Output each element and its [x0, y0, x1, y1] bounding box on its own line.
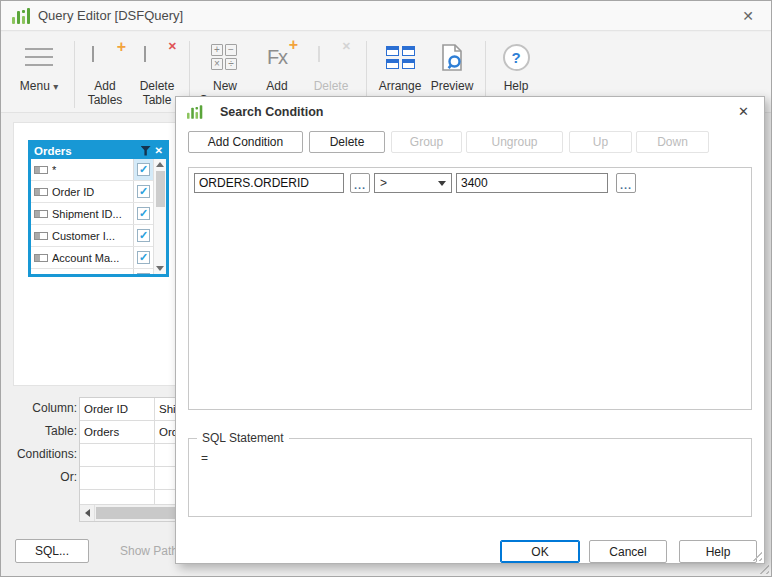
- preview-document-icon: [440, 44, 464, 71]
- value-browse-button[interactable]: ...: [616, 173, 636, 193]
- delete-formula-button[interactable]: ✕ Delete: [303, 39, 359, 93]
- scroll-up-icon[interactable]: [156, 162, 164, 167]
- column-row[interactable]: * ✓: [31, 159, 153, 181]
- field-browse-button[interactable]: ...: [350, 173, 370, 193]
- ungroup-button[interactable]: Ungroup: [466, 131, 563, 153]
- operator-select[interactable]: >: [374, 173, 452, 193]
- column-checkbox[interactable]: ✓: [133, 159, 153, 180]
- grid-row-column: Order ID Ship: [80, 398, 178, 421]
- formula-fx-icon: Fx+: [267, 46, 287, 69]
- column-row[interactable]: Order Dat... ✓: [31, 269, 153, 274]
- column-row[interactable]: Order ID ✓: [31, 181, 153, 203]
- column-checkbox[interactable]: ✓: [133, 225, 153, 246]
- dropdown-arrow-icon: [438, 181, 446, 186]
- new-label1: New: [199, 79, 251, 93]
- grid-cell[interactable]: [80, 467, 155, 489]
- column-icon: [34, 210, 48, 218]
- delete-formula-icon: ✕: [318, 47, 344, 68]
- ok-button[interactable]: OK: [500, 540, 580, 563]
- arrange-button[interactable]: Arrange: [374, 39, 426, 93]
- query-editor-window: Query Editor [DSFQuery] ✕ Menu ▾ + AddTa…: [0, 0, 772, 577]
- preview-button[interactable]: Preview: [426, 39, 478, 93]
- add-tables-label2: Tables: [88, 93, 123, 107]
- menu-caret-icon: ▾: [53, 81, 58, 92]
- scrollbar-thumb[interactable]: [96, 507, 177, 519]
- add-tables-button[interactable]: + AddTables: [82, 39, 128, 107]
- grid-cell[interactable]: Orders: [80, 421, 155, 443]
- add-condition-button[interactable]: Add Condition: [188, 131, 303, 153]
- row-label-table: Table:: [5, 420, 77, 443]
- orders-panel-close-icon[interactable]: ✕: [155, 146, 163, 156]
- column-icon: [34, 232, 48, 240]
- app-logo-icon: [187, 105, 202, 119]
- orders-scrollbar[interactable]: [153, 159, 166, 274]
- column-row[interactable]: Account Ma... ✓: [31, 247, 153, 269]
- app-logo-icon: [12, 8, 30, 24]
- dialog-help-button[interactable]: Help: [679, 540, 757, 563]
- grid-cell[interactable]: [80, 444, 155, 466]
- dialog-close-icon[interactable]: ✕: [734, 102, 753, 121]
- arrange-tiles-icon: [386, 46, 415, 69]
- sql-statement-label: SQL Statement: [197, 431, 289, 445]
- add-tables-label1: Add: [94, 79, 115, 93]
- delete-table-label1: Delete: [140, 79, 175, 93]
- add-formula-button[interactable]: Fx+ Add: [251, 39, 303, 93]
- criteria-grid: Order ID Ship Orders Ord: [79, 397, 179, 522]
- scroll-left-icon[interactable]: [80, 505, 95, 521]
- grid-row-table: Orders Ord: [80, 421, 178, 444]
- grid-cell[interactable]: Order ID: [80, 398, 155, 420]
- orders-panel-title: Orders: [34, 144, 137, 159]
- column-row[interactable]: Customer I... ✓: [31, 225, 153, 247]
- grid-row-extra: [80, 490, 178, 505]
- grid-row-conditions: [80, 444, 178, 467]
- delete-condition-button[interactable]: Delete: [309, 131, 385, 153]
- delete-formula-label: Delete: [314, 79, 349, 93]
- help-question-icon: ?: [503, 44, 530, 71]
- column-row[interactable]: Shipment ID... ✓: [31, 203, 153, 225]
- preview-label: Preview: [431, 79, 474, 93]
- cancel-button[interactable]: Cancel: [589, 540, 667, 563]
- condition-row: ... > ...: [194, 173, 751, 193]
- delete-table-label2: Table: [143, 93, 172, 107]
- grid-row-or: [80, 467, 178, 490]
- grid-cell[interactable]: [80, 490, 155, 504]
- help-label: Help: [504, 79, 529, 93]
- column-checkbox[interactable]: ✓: [133, 247, 153, 268]
- add-formula-label: Add: [266, 79, 287, 93]
- row-label-column: Column:: [5, 397, 77, 420]
- column-label: Account Ma...: [52, 252, 129, 264]
- row-label-conditions: Conditions:: [5, 443, 77, 466]
- help-button[interactable]: ? Help: [493, 39, 539, 93]
- condition-value-input[interactable]: [456, 173, 608, 193]
- menu-button[interactable]: Menu ▾: [11, 39, 67, 94]
- delete-table-icon: ✕: [144, 47, 170, 68]
- arrange-label: Arrange: [379, 79, 422, 93]
- dialog-button-row: Add Condition Delete Group Ungroup Up Do…: [176, 126, 764, 153]
- column-checkbox[interactable]: ✓: [133, 181, 153, 202]
- filter-icon[interactable]: [141, 146, 151, 156]
- menu-label: Menu: [20, 79, 50, 93]
- column-icon: [34, 166, 48, 174]
- up-button[interactable]: Up: [569, 131, 632, 153]
- column-icon: [34, 254, 48, 262]
- column-checkbox[interactable]: ✓: [133, 269, 153, 274]
- operator-value: >: [380, 176, 387, 190]
- scrollbar-thumb[interactable]: [156, 171, 165, 207]
- sql-button[interactable]: SQL...: [15, 539, 89, 563]
- conditions-list-panel: ... > ...: [188, 167, 752, 410]
- criteria-row-labels: Column: Table: Conditions: Or:: [5, 397, 77, 489]
- grid-hscrollbar[interactable]: [80, 505, 178, 521]
- column-checkbox[interactable]: ✓: [133, 203, 153, 224]
- title-bar: Query Editor [DSFQuery] ✕: [1, 1, 771, 31]
- menu-icon: [25, 48, 53, 66]
- window-close-icon[interactable]: ✕: [736, 6, 760, 26]
- column-label: Order ID: [52, 186, 129, 198]
- group-button[interactable]: Group: [391, 131, 462, 153]
- scroll-down-icon[interactable]: [156, 266, 164, 271]
- down-button[interactable]: Down: [636, 131, 709, 153]
- column-label: Order Dat...: [52, 274, 129, 275]
- dialog-title: Search Condition: [220, 105, 323, 119]
- row-label-or: Or:: [5, 466, 77, 489]
- orders-panel-header[interactable]: Orders ✕: [31, 143, 166, 159]
- condition-field-input[interactable]: [194, 173, 344, 193]
